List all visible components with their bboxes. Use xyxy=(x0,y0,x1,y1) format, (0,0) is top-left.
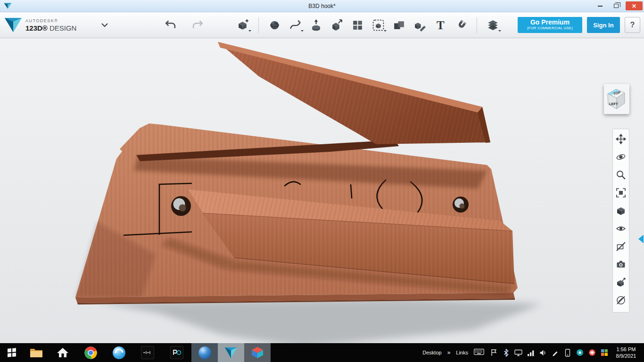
help-button[interactable]: ? xyxy=(625,17,640,33)
volume-tray-button[interactable] xyxy=(539,349,547,357)
fit-view-button[interactable] xyxy=(614,185,628,201)
view-cube[interactable]: TOP LEFT xyxy=(604,84,629,114)
minimize-button[interactable] xyxy=(594,1,606,10)
screw-hole-right xyxy=(453,197,469,213)
primitives-icon xyxy=(268,19,281,32)
orbit-button[interactable] xyxy=(614,149,628,165)
brand-line2-rest: DESIGN xyxy=(50,24,77,32)
keyboard-button[interactable] xyxy=(474,348,485,357)
taskbar-clock[interactable]: 1:56 PM 8/9/2021 xyxy=(613,346,639,359)
screw-hole-left xyxy=(171,196,191,216)
home-app-button[interactable] xyxy=(49,343,76,362)
pen-tray-button[interactable] xyxy=(551,349,559,357)
tool-strip: T xyxy=(233,15,503,35)
redo-icon xyxy=(191,19,204,32)
modify-tool-button[interactable] xyxy=(327,15,347,35)
3d-builder-app-button[interactable] xyxy=(244,343,271,362)
zoom-icon xyxy=(616,170,626,180)
3d-builder-icon xyxy=(251,346,264,359)
chrome-button[interactable] xyxy=(76,343,105,362)
shading-button[interactable] xyxy=(614,203,628,219)
chrome-icon xyxy=(84,346,97,359)
pan-button[interactable] xyxy=(614,131,628,147)
toolbar-overflow-chevron[interactable]: » xyxy=(447,349,451,356)
window-controls: ✕ xyxy=(594,1,643,10)
app-menu-chevron-icon[interactable] xyxy=(101,23,108,27)
sign-in-button[interactable]: Sign In xyxy=(587,17,620,33)
desktop-toolbar[interactable]: Desktop xyxy=(421,350,442,355)
snap-tool-button[interactable] xyxy=(451,15,471,35)
123d-design-app-button[interactable] xyxy=(218,343,244,362)
clock-date: 8/9/2021 xyxy=(613,353,639,359)
window-title: B3D hook* xyxy=(0,3,644,9)
edit-material-button[interactable] xyxy=(614,274,628,290)
restore-button[interactable] xyxy=(610,1,622,10)
screenshot-button[interactable] xyxy=(614,256,628,272)
hide-sketches-button[interactable] xyxy=(614,239,628,255)
display-icon xyxy=(514,349,522,356)
folder-icon xyxy=(30,347,43,358)
viewport-canvas[interactable] xyxy=(0,38,644,343)
visibility-icon xyxy=(616,223,626,234)
text-tool-button[interactable]: T xyxy=(430,15,450,35)
transform-tool-button[interactable] xyxy=(233,15,253,35)
device-tray-button[interactable] xyxy=(563,349,571,357)
brand-text: AUTODESK® 123D®DESIGN xyxy=(25,19,76,32)
panel-expander[interactable] xyxy=(637,230,644,247)
display-tray-button[interactable] xyxy=(514,349,522,357)
123d-design-icon xyxy=(224,346,238,359)
main-toolbar: AUTODESK® 123D®DESIGN xyxy=(0,12,644,38)
go-premium-sublabel: (FOR COMMERCIAL USE) xyxy=(518,26,582,30)
shading-icon xyxy=(616,206,626,216)
model-arm[interactable] xyxy=(218,42,490,144)
bluetooth-tray-button[interactable] xyxy=(502,349,510,357)
undo-button[interactable] xyxy=(160,15,180,35)
pattern-tool-button[interactable] xyxy=(347,15,367,35)
pennant-tray-button[interactable] xyxy=(490,349,498,357)
material-tool-button[interactable] xyxy=(483,15,503,35)
ground-shadow xyxy=(97,298,542,343)
screenshot-icon xyxy=(616,259,626,270)
grouping-tool-button[interactable] xyxy=(368,15,388,35)
visibility-button[interactable] xyxy=(614,221,628,237)
close-button[interactable]: ✕ xyxy=(626,1,643,10)
hide-sketches-icon xyxy=(616,241,626,252)
transform-icon xyxy=(237,19,249,32)
toggle-sketches-button[interactable] xyxy=(614,292,628,308)
dark-app-1-button[interactable] xyxy=(133,343,162,362)
sketch-tool-button[interactable] xyxy=(285,15,305,35)
start-button[interactable] xyxy=(0,343,24,362)
combine-tool-button[interactable] xyxy=(389,15,409,35)
sphere-app-icon xyxy=(198,346,211,359)
taskbar: Desktop » Links xyxy=(0,343,644,362)
measure-tool-button[interactable] xyxy=(410,15,429,35)
primitives-tool-button[interactable] xyxy=(264,15,284,35)
undo-icon xyxy=(164,19,177,32)
color-app-tray-button[interactable] xyxy=(600,349,608,357)
file-explorer-button[interactable] xyxy=(24,343,49,362)
toolbar-separator xyxy=(258,17,259,33)
redo-button[interactable] xyxy=(188,15,207,35)
links-toolbar[interactable]: Links xyxy=(455,350,469,355)
zoom-button[interactable] xyxy=(614,167,628,183)
sphere-app-button[interactable] xyxy=(191,343,218,362)
combine-icon xyxy=(393,19,405,32)
dark-app-2-button[interactable] xyxy=(162,343,191,362)
app-logo-icon xyxy=(4,16,23,33)
teal-app-tray-button[interactable] xyxy=(576,349,584,357)
grouping-icon xyxy=(372,19,385,32)
color-squares-icon xyxy=(601,349,608,356)
measure-icon xyxy=(413,19,426,32)
minimize-icon xyxy=(598,6,603,7)
blue-browser-button[interactable] xyxy=(105,343,133,362)
security-tray-button[interactable] xyxy=(588,349,596,357)
restore-icon xyxy=(614,4,619,8)
network-tray-button[interactable] xyxy=(527,349,535,357)
clock-time: 1:56 PM xyxy=(613,346,639,353)
pan-icon xyxy=(616,134,626,144)
navigation-bar xyxy=(612,129,629,313)
construct-tool-button[interactable] xyxy=(306,15,326,35)
go-premium-label: Go Premium xyxy=(518,18,582,26)
go-premium-button[interactable]: Go Premium (FOR COMMERCIAL USE) xyxy=(518,17,582,33)
modify-icon xyxy=(330,19,343,32)
